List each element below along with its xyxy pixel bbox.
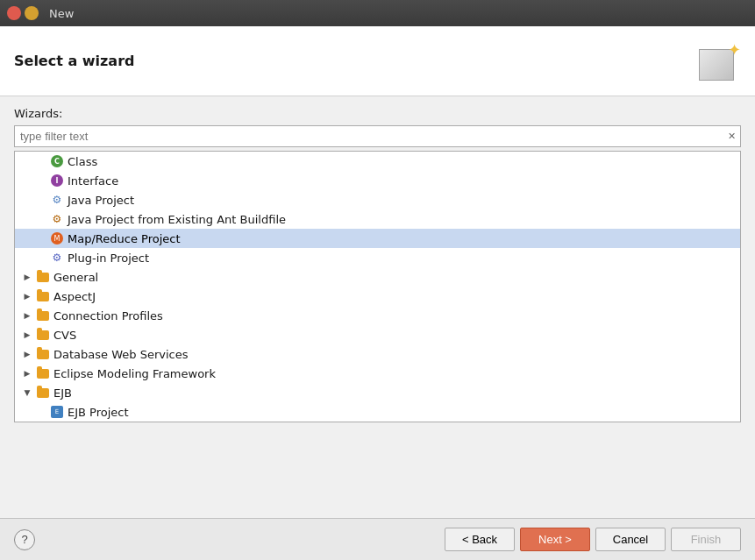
no-expand-icon [36,214,46,224]
no-expand-icon [36,407,46,417]
cvs-folder-icon [36,328,50,342]
tree-item-general[interactable]: ▶ General [15,267,740,287]
plugin-project-label: Plug-in Project [68,252,149,265]
help-button[interactable]: ? [14,529,35,550]
dialog-buttons: ? < Back Next > Cancel Finish [0,518,755,560]
ejb-project-icon: E [50,405,64,419]
java-project-ant-label: Java Project from Existing Ant Buildfile [68,213,286,226]
connection-profiles-folder-icon [36,308,50,323]
eclipse-modeling-label: Eclipse Modeling Framework [53,367,216,380]
dialog-content: Wizards: ✕ C Class I Interface [0,96,755,433]
dialog-header-title: Select a wizard [14,53,135,69]
minimize-button[interactable] [25,6,39,20]
tree-container[interactable]: C Class I Interface ⚙ Java Project [14,151,741,422]
java-project-label: Java Project [68,194,134,207]
emf-folder-icon [36,366,50,380]
tree-item-ejb-project[interactable]: E EJB Project [15,402,740,422]
close-button[interactable] [7,6,21,20]
tree-item-plugin-project[interactable]: ⚙ Plug-in Project [15,248,740,267]
filter-clear-button[interactable]: ✕ [723,128,740,145]
filter-input[interactable] [15,126,723,146]
interface-label: Interface [68,174,118,188]
expand-arrow-general: ▶ [22,272,32,282]
title-bar: New [0,0,755,26]
general-folder-icon [36,270,50,284]
db-ws-folder-icon [36,347,50,361]
tree-item-aspectj[interactable]: ▶ AspectJ [15,287,740,306]
wizards-label: Wizards: [14,107,741,120]
java-project-ant-icon: ⚙ [50,212,64,226]
ejb-project-label: EJB Project [68,406,129,419]
tree-item-eclipse-modeling[interactable]: ▶ Eclipse Modeling Framework [15,364,740,383]
tree-item-interface[interactable]: I Interface [15,171,740,190]
mapreduce-icon: M [50,231,64,245]
interface-icon: I [50,174,64,188]
tree-item-java-project-ant[interactable]: ⚙ Java Project from Existing Ant Buildfi… [15,209,740,229]
java-project-icon: ⚙ [50,193,64,207]
aspectj-label: AspectJ [53,290,96,303]
finish-button[interactable]: Finish [671,528,741,551]
cancel-button[interactable]: Cancel [595,528,666,551]
expand-arrow-aspectj: ▶ [22,291,32,301]
dialog-spacer [0,433,755,518]
tree-item-connection-profiles[interactable]: ▶ Connection Profiles [15,306,740,325]
database-web-services-label: Database Web Services [53,348,188,361]
dialog-header: Select a wizard ✦ [0,26,755,96]
tree-item-cvs[interactable]: ▶ CVS [15,325,740,344]
general-label: General [53,271,98,284]
wizard-icon: ✦ [699,40,741,82]
window-controls[interactable] [7,6,39,20]
no-expand-icon [36,195,46,205]
tree-item-java-project[interactable]: ⚙ Java Project [15,190,740,209]
ejb-label: EJB [53,386,72,400]
navigation-buttons: < Back Next > Cancel Finish [445,528,741,551]
no-expand-icon [36,233,46,244]
class-label: Class [68,155,97,168]
aspectj-folder-icon [36,289,50,303]
cvs-label: CVS [53,329,76,342]
filter-row: ✕ [14,125,741,147]
no-expand-icon [36,175,46,186]
no-expand-icon [36,156,46,167]
class-icon: C [50,154,64,168]
expand-arrow-db-ws: ▶ [22,349,32,359]
no-expand-icon [36,252,46,263]
plugin-icon: ⚙ [50,251,64,265]
tree-item-ejb[interactable]: ▼ EJB [15,383,740,402]
connection-profiles-label: Connection Profiles [53,309,163,323]
next-button[interactable]: Next > [520,528,590,551]
back-button[interactable]: < Back [445,528,515,551]
mapreduce-label: Map/Reduce Project [68,232,181,245]
tree-item-mapreduce[interactable]: M Map/Reduce Project [15,229,740,248]
ejb-folder-icon [36,386,50,400]
dialog: Select a wizard ✦ Wizards: ✕ C Class [0,26,755,560]
expand-arrow-ejb: ▼ [22,387,32,398]
expand-arrow-cvs: ▶ [22,330,32,340]
window-title: New [49,7,74,20]
expand-arrow-connection-profiles: ▶ [22,310,32,321]
tree-item-class[interactable]: C Class [15,152,740,171]
expand-arrow-emf: ▶ [22,368,32,379]
wizard-star-icon: ✦ [728,40,741,59]
tree-item-database-web-services[interactable]: ▶ Database Web Services [15,344,740,364]
